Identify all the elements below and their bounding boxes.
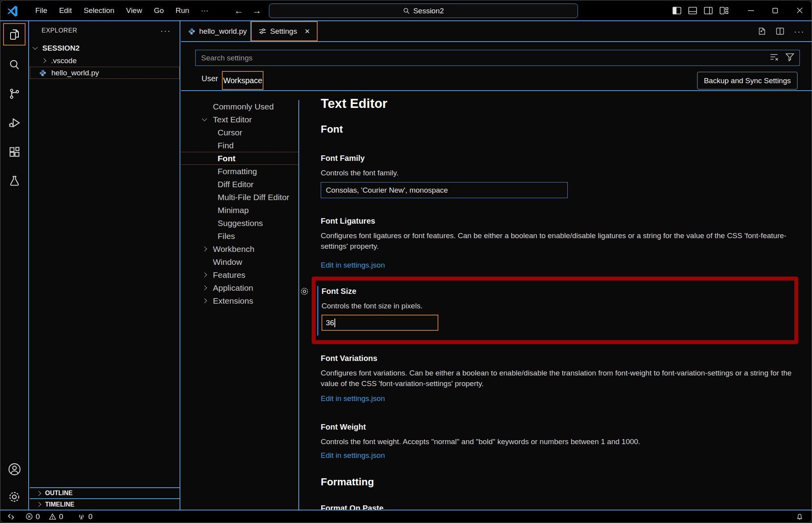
toc-diff-editor[interactable]: Diff Editor (181, 178, 298, 191)
activity-source-control[interactable] (0, 79, 29, 108)
activity-testing[interactable] (0, 166, 29, 195)
error-count: 0 (36, 512, 40, 521)
toc-minimap[interactable]: Minimap (181, 204, 298, 217)
chevron-right-icon (202, 272, 207, 277)
toggle-secondary-sidebar-icon[interactable] (704, 7, 713, 15)
nav-back-icon[interactable]: ← (234, 5, 243, 16)
testing-flask-icon (8, 175, 21, 187)
nav-forward-icon[interactable]: → (252, 5, 262, 16)
font-family-input[interactable]: Consolas, 'Courier New', monospace (321, 182, 568, 198)
tree-item-session2[interactable]: SESSION2 (30, 42, 180, 54)
toc-formatting[interactable]: Formatting (181, 165, 298, 178)
settings-search-input[interactable] (195, 50, 800, 66)
settings-editor: User Workspace Backup and Sync Settings … (181, 43, 812, 510)
edit-in-settings-json-link[interactable]: Edit in settings.json (321, 261, 385, 270)
timeline-label: TIMELINE (45, 501, 74, 508)
toc-suggestions[interactable]: Suggestions (181, 217, 298, 230)
problems-errors[interactable]: 0 (25, 512, 40, 521)
toggle-primary-sidebar-icon[interactable] (672, 7, 681, 15)
setting-label-font-weight: Font Weight (321, 423, 366, 432)
activity-search[interactable] (0, 50, 29, 79)
backup-sync-settings-button[interactable]: Backup and Sync Settings (697, 72, 797, 89)
toc-files[interactable]: Files (181, 230, 298, 242)
setting-desc-font-variations: Configures font variations. Can be eithe… (321, 368, 797, 389)
command-center-text: Session2 (413, 7, 444, 15)
close-tab-icon[interactable]: × (305, 26, 310, 36)
split-editor-icon[interactable] (776, 27, 784, 35)
menu-more-icon[interactable]: ··· (195, 4, 214, 17)
activity-settings[interactable] (0, 484, 29, 510)
setting-gear-icon[interactable] (300, 287, 309, 296)
setting-label-format-on-paste: Format On Paste (321, 504, 383, 510)
menu-run[interactable]: Run (170, 4, 195, 17)
broadcast-icon (77, 513, 85, 521)
toc-application[interactable]: Application (181, 281, 298, 294)
timeline-panel-header[interactable]: TIMELINE (30, 498, 180, 510)
font-size-input[interactable]: 36 (322, 315, 438, 331)
settings-toc: Commonly Used Text Editor Cursor Find Fo… (181, 100, 298, 307)
customize-layout-icon[interactable] (719, 7, 728, 15)
warning-icon (49, 513, 56, 520)
menu-selection[interactable]: Selection (78, 4, 120, 17)
filter-icon[interactable] (785, 53, 794, 62)
activity-accounts[interactable] (0, 455, 29, 484)
toc-sash[interactable] (298, 100, 299, 510)
tree-item-vscode[interactable]: .vscode (30, 55, 180, 67)
maximize-button[interactable] (763, 0, 787, 20)
activity-extensions[interactable] (0, 137, 29, 166)
open-settings-json-icon[interactable] (758, 27, 766, 35)
more-actions-icon[interactable]: ··· (794, 27, 805, 36)
toc-find[interactable]: Find (181, 139, 298, 152)
close-button[interactable] (787, 0, 812, 20)
setting-desc-font-family: Controls the font family. (321, 168, 797, 178)
toc-cursor[interactable]: Cursor (181, 126, 298, 139)
activity-run-debug[interactable] (0, 108, 29, 137)
toc-extensions[interactable]: Extensions (181, 294, 298, 307)
remote-icon (7, 513, 15, 521)
outline-panel-header[interactable]: OUTLINE (30, 487, 180, 498)
chevron-right-icon (202, 285, 207, 290)
tab-hello-world[interactable]: hello_world.py (181, 21, 251, 41)
edit-in-settings-json-link[interactable]: Edit in settings.json (321, 451, 385, 460)
menu-go[interactable]: Go (148, 4, 169, 17)
gear-icon (8, 490, 21, 503)
scope-tab-user[interactable]: User (202, 74, 218, 83)
command-center-search[interactable]: Session2 (269, 4, 578, 18)
activity-bar (0, 21, 29, 510)
toc-features[interactable]: Features (181, 268, 298, 281)
tree-file-label: hello_world.py (51, 69, 99, 77)
toc-commonly-used[interactable]: Commonly Used (181, 100, 298, 113)
source-control-icon (8, 87, 21, 100)
tree-item-hello-world[interactable]: hello_world.py (30, 67, 180, 79)
problems-warnings[interactable]: 0 (49, 512, 64, 521)
font-family-value: Consolas, 'Courier New', monospace (326, 186, 448, 195)
clear-search-icon[interactable] (770, 53, 779, 62)
scope-workspace-label: Workspace (223, 76, 262, 85)
toggle-panel-icon[interactable] (688, 7, 697, 15)
minimize-button[interactable] (739, 0, 763, 20)
ports-indicator[interactable]: 0 (77, 512, 93, 521)
tab-settings-active[interactable]: Settings × (251, 21, 318, 41)
remote-indicator[interactable] (7, 513, 15, 521)
explorer-more-actions-icon[interactable]: ··· (160, 26, 171, 35)
notifications-bell[interactable] (796, 512, 804, 521)
toc-text-editor[interactable]: Text Editor (181, 113, 298, 126)
tab-label: Settings (270, 27, 297, 36)
ports-count: 0 (88, 512, 93, 521)
chevron-right-icon (41, 58, 46, 63)
explorer-title: EXPLORER (42, 27, 77, 34)
toc-multi-file-diff-editor[interactable]: Multi-File Diff Editor (181, 191, 298, 204)
activity-explorer[interactable] (3, 23, 25, 46)
section-title-font: Font (321, 123, 343, 135)
text-cursor (334, 319, 335, 327)
vscode-window: File Edit Selection View Go Run ··· ← → … (0, 0, 812, 523)
toc-window[interactable]: Window (181, 255, 298, 268)
menu-edit[interactable]: Edit (53, 4, 78, 17)
warning-count: 0 (59, 512, 64, 521)
menu-file[interactable]: File (29, 4, 53, 17)
toc-workbench[interactable]: Workbench (181, 242, 298, 255)
menu-view[interactable]: View (120, 4, 148, 17)
edit-in-settings-json-link[interactable]: Edit in settings.json (321, 394, 385, 403)
toc-font-selected[interactable]: Font (181, 152, 298, 165)
scope-tab-workspace[interactable]: Workspace (222, 71, 263, 90)
